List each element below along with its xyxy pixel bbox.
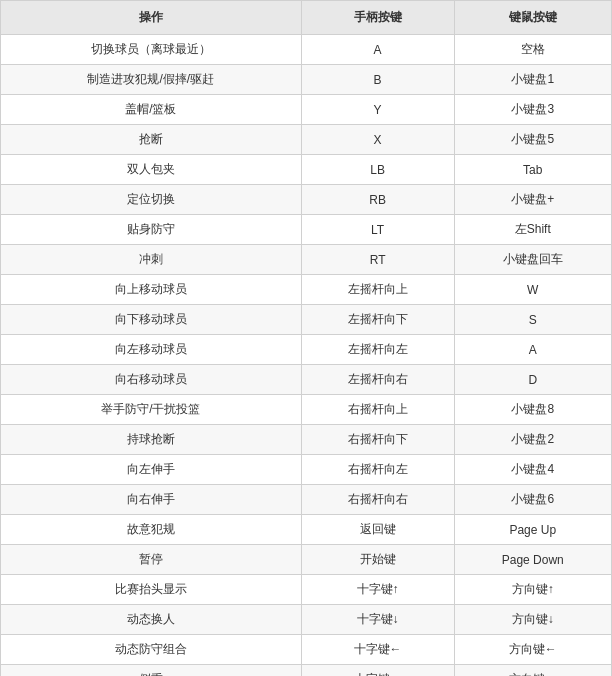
cell-keyboard: 方向键← — [454, 635, 611, 665]
cell-action: 冲刺 — [1, 245, 302, 275]
cell-keyboard: 方向键→3DMGAME — [454, 665, 611, 677]
cell-action: 动态防守组合 — [1, 635, 302, 665]
cell-keyboard: D — [454, 365, 611, 395]
cell-action: 持球抢断 — [1, 425, 302, 455]
table-row: 冲刺RT小键盘回车 — [1, 245, 612, 275]
cell-keyboard: 小键盘6 — [454, 485, 611, 515]
cell-gamepad: LT — [301, 215, 454, 245]
cell-action: 暂停 — [1, 545, 302, 575]
cell-action: 比赛抬头显示 — [1, 575, 302, 605]
cell-action: 抢断 — [1, 125, 302, 155]
cell-action: 故意犯规 — [1, 515, 302, 545]
cell-action: 向右伸手 — [1, 485, 302, 515]
controls-table: 操作 手柄按键 键鼠按键 切换球员（离球最近）A空格制造进攻犯规/假摔/驱赶B小… — [0, 0, 612, 676]
cell-gamepad: 十字键↓ — [301, 605, 454, 635]
cell-keyboard: S — [454, 305, 611, 335]
cell-gamepad: 开始键 — [301, 545, 454, 575]
cell-gamepad: 右摇杆向上 — [301, 395, 454, 425]
cell-keyboard: 小键盘4 — [454, 455, 611, 485]
cell-gamepad: B — [301, 65, 454, 95]
cell-gamepad: 左摇杆向下 — [301, 305, 454, 335]
cell-keyboard: A — [454, 335, 611, 365]
header-gamepad: 手柄按键 — [301, 1, 454, 35]
table-row: 贴身防守LT左Shift — [1, 215, 612, 245]
table-row: 暂停开始键Page Down — [1, 545, 612, 575]
cell-keyboard: Page Down — [454, 545, 611, 575]
cell-action: 向上移动球员 — [1, 275, 302, 305]
cell-keyboard: Tab — [454, 155, 611, 185]
cell-keyboard: 小键盘+ — [454, 185, 611, 215]
table-row: 举手防守/干扰投篮右摇杆向上小键盘8 — [1, 395, 612, 425]
cell-action: 举手防守/干扰投篮 — [1, 395, 302, 425]
table-row: 侧重十字键→方向键→3DMGAME — [1, 665, 612, 677]
table-row: 比赛抬头显示十字键↑方向键↑ — [1, 575, 612, 605]
cell-keyboard: 小键盘3 — [454, 95, 611, 125]
main-container: 操作 手柄按键 键鼠按键 切换球员（离球最近）A空格制造进攻犯规/假摔/驱赶B小… — [0, 0, 612, 676]
cell-gamepad: 十字键↑ — [301, 575, 454, 605]
cell-gamepad: A — [301, 35, 454, 65]
table-row: 定位切换RB小键盘+ — [1, 185, 612, 215]
cell-keyboard: 空格 — [454, 35, 611, 65]
keyboard-value: 方向键→ — [509, 672, 557, 676]
table-row: 抢断X小键盘5 — [1, 125, 612, 155]
table-row: 盖帽/篮板Y小键盘3 — [1, 95, 612, 125]
cell-keyboard: 小键盘2 — [454, 425, 611, 455]
cell-gamepad: 返回键 — [301, 515, 454, 545]
cell-keyboard: 方向键↑ — [454, 575, 611, 605]
cell-gamepad: RT — [301, 245, 454, 275]
table-row: 向左伸手右摇杆向左小键盘4 — [1, 455, 612, 485]
cell-action: 定位切换 — [1, 185, 302, 215]
header-keyboard: 键鼠按键 — [454, 1, 611, 35]
table-row: 向左移动球员左摇杆向左A — [1, 335, 612, 365]
cell-gamepad: 右摇杆向左 — [301, 455, 454, 485]
cell-action: 盖帽/篮板 — [1, 95, 302, 125]
table-header-row: 操作 手柄按键 键鼠按键 — [1, 1, 612, 35]
cell-keyboard: W — [454, 275, 611, 305]
cell-action: 向右移动球员 — [1, 365, 302, 395]
table-row: 向上移动球员左摇杆向上W — [1, 275, 612, 305]
cell-gamepad: 左摇杆向左 — [301, 335, 454, 365]
cell-gamepad: 左摇杆向上 — [301, 275, 454, 305]
cell-gamepad: 十字键← — [301, 635, 454, 665]
table-row: 向下移动球员左摇杆向下S — [1, 305, 612, 335]
cell-gamepad: 右摇杆向右 — [301, 485, 454, 515]
table-row: 动态防守组合十字键←方向键← — [1, 635, 612, 665]
cell-action: 向下移动球员 — [1, 305, 302, 335]
cell-keyboard: 左Shift — [454, 215, 611, 245]
cell-keyboard: Page Up — [454, 515, 611, 545]
header-action: 操作 — [1, 1, 302, 35]
cell-gamepad: LB — [301, 155, 454, 185]
cell-keyboard: 小键盘5 — [454, 125, 611, 155]
cell-action: 双人包夹 — [1, 155, 302, 185]
cell-keyboard: 方向键↓ — [454, 605, 611, 635]
cell-keyboard: 小键盘回车 — [454, 245, 611, 275]
cell-action: 动态换人 — [1, 605, 302, 635]
cell-action: 向左移动球员 — [1, 335, 302, 365]
table-row: 切换球员（离球最近）A空格 — [1, 35, 612, 65]
cell-action: 切换球员（离球最近） — [1, 35, 302, 65]
table-row: 向右伸手右摇杆向右小键盘6 — [1, 485, 612, 515]
cell-gamepad: 左摇杆向右 — [301, 365, 454, 395]
cell-keyboard: 小键盘8 — [454, 395, 611, 425]
table-body: 切换球员（离球最近）A空格制造进攻犯规/假摔/驱赶B小键盘1盖帽/篮板Y小键盘3… — [1, 35, 612, 677]
table-row: 故意犯规返回键Page Up — [1, 515, 612, 545]
table-row: 持球抢断右摇杆向下小键盘2 — [1, 425, 612, 455]
cell-keyboard: 小键盘1 — [454, 65, 611, 95]
table-row: 动态换人十字键↓方向键↓ — [1, 605, 612, 635]
cell-gamepad: X — [301, 125, 454, 155]
cell-gamepad: 右摇杆向下 — [301, 425, 454, 455]
cell-action: 侧重 — [1, 665, 302, 677]
cell-gamepad: RB — [301, 185, 454, 215]
cell-action: 向左伸手 — [1, 455, 302, 485]
cell-gamepad: Y — [301, 95, 454, 125]
cell-action: 制造进攻犯规/假摔/驱赶 — [1, 65, 302, 95]
cell-action: 贴身防守 — [1, 215, 302, 245]
table-row: 向右移动球员左摇杆向右D — [1, 365, 612, 395]
cell-gamepad: 十字键→ — [301, 665, 454, 677]
table-row: 制造进攻犯规/假摔/驱赶B小键盘1 — [1, 65, 612, 95]
table-row: 双人包夹LBTab — [1, 155, 612, 185]
